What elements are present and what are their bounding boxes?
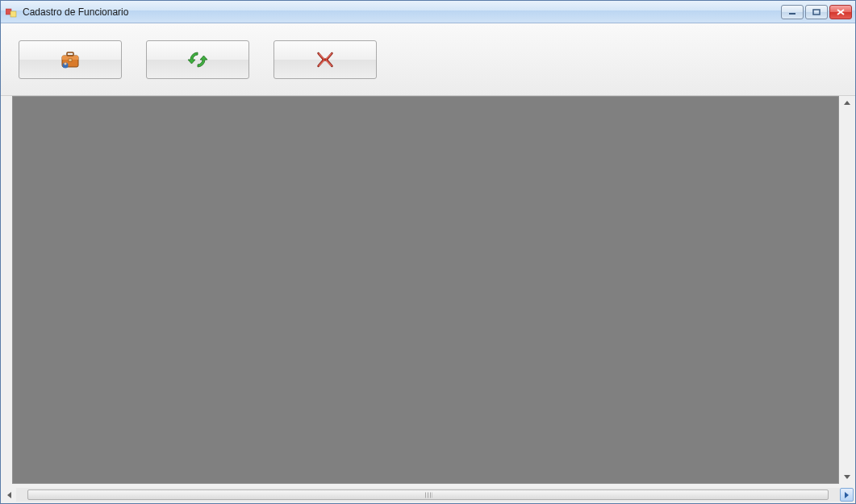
toolbar <box>1 23 855 96</box>
scroll-right-button[interactable] <box>840 488 854 502</box>
chevron-down-icon <box>844 475 850 479</box>
scroll-up-button[interactable] <box>840 96 854 110</box>
window-controls <box>781 5 852 19</box>
minimize-icon <box>788 9 796 15</box>
horizontal-scrollbar[interactable] <box>2 488 854 502</box>
chevron-left-icon <box>7 492 11 498</box>
window-title: Cadastro de Funcionario <box>23 6 781 18</box>
scroll-left-button[interactable] <box>2 488 16 502</box>
vertical-scroll-track[interactable] <box>840 110 854 470</box>
titlebar: Cadastro de Funcionario <box>1 1 855 23</box>
refresh-icon <box>187 49 208 70</box>
delete-x-icon <box>315 49 336 70</box>
briefcase-user-icon <box>59 49 81 70</box>
chevron-right-icon <box>845 492 849 498</box>
scroll-down-button[interactable] <box>840 470 854 484</box>
close-icon <box>837 9 845 15</box>
vertical-scrollbar[interactable] <box>840 96 854 484</box>
add-employee-button[interactable] <box>19 40 122 79</box>
horizontal-scroll-track[interactable] <box>16 488 840 502</box>
delete-button[interactable] <box>274 40 377 79</box>
svg-rect-3 <box>813 10 820 15</box>
horizontal-scroll-thumb[interactable] <box>27 489 829 500</box>
svg-rect-9 <box>69 59 72 61</box>
app-icon <box>6 6 19 19</box>
svg-point-11 <box>64 62 66 65</box>
maximize-button[interactable] <box>805 5 828 19</box>
chevron-up-icon <box>844 101 850 105</box>
minimize-button[interactable] <box>781 5 804 19</box>
data-grid[interactable] <box>12 96 839 484</box>
maximize-icon <box>812 9 821 15</box>
close-button[interactable] <box>829 5 852 19</box>
svg-rect-8 <box>67 52 73 56</box>
refresh-button[interactable] <box>146 40 249 79</box>
svg-rect-2 <box>789 13 795 15</box>
svg-rect-1 <box>10 11 16 17</box>
form-panel <box>1 23 855 503</box>
client-area <box>1 23 855 503</box>
